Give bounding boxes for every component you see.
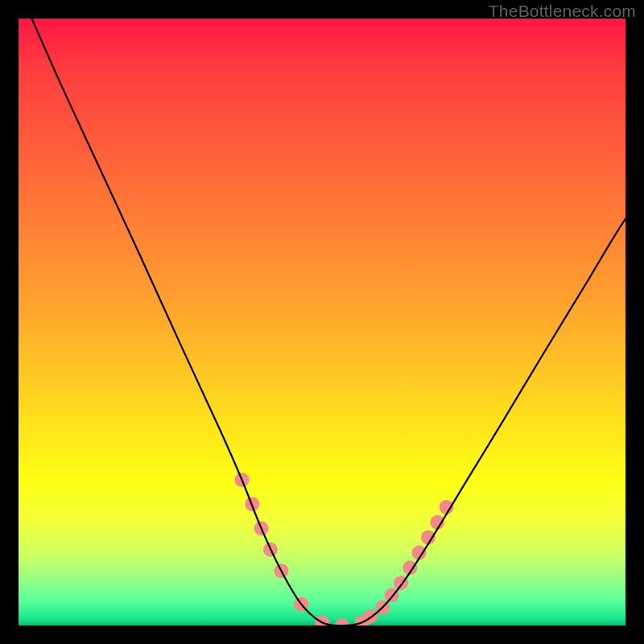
plot-area [19,19,625,625]
bottleneck-curve [19,19,625,625]
chart-frame: TheBottleneck.com [0,0,644,644]
highlight-dot [335,618,349,625]
highlight-markers [234,473,453,625]
curve-svg [19,19,625,625]
